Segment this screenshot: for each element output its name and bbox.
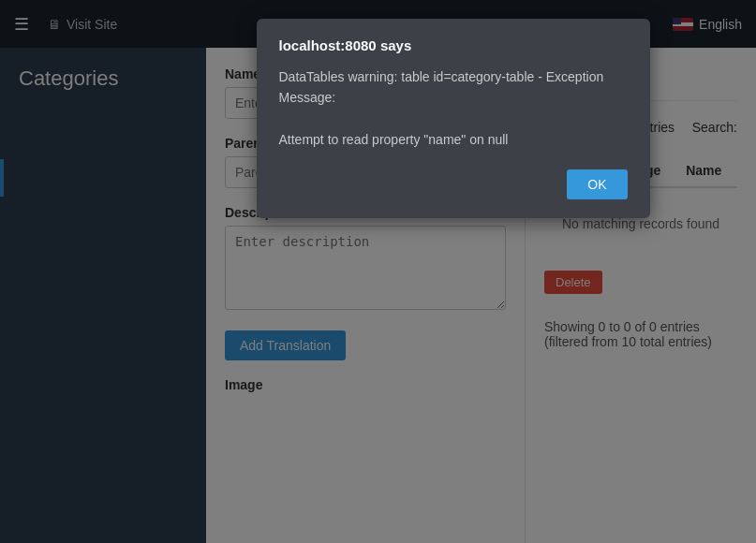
dialog-title: localhost:8080 says — [279, 37, 628, 53]
dialog-box: localhost:8080 says DataTables warning: … — [257, 19, 650, 218]
dialog-footer: OK — [279, 169, 628, 199]
dialog-message-line2: Attempt to read property "name" on null — [279, 132, 509, 147]
dialog-message: DataTables warning: table id=category-ta… — [279, 66, 628, 151]
ok-button[interactable]: OK — [567, 169, 627, 199]
dialog-message-line1: DataTables warning: table id=category-ta… — [279, 69, 604, 105]
dialog-overlay: localhost:8080 says DataTables warning: … — [0, 0, 756, 543]
